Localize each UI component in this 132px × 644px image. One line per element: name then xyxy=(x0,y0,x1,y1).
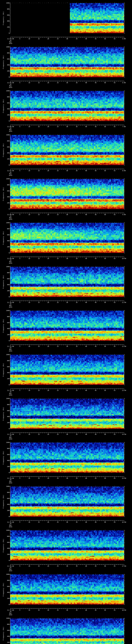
x-tick-label: 5 xyxy=(17,478,22,479)
x-tick-label: 35 xyxy=(74,478,79,479)
end-time-label: 13:00 xyxy=(120,390,128,391)
y-tick-label: 1000 xyxy=(4,618,10,619)
frequency-axis-label: Frequency (Hz) xyxy=(2,626,4,641)
date-year: 2015 xyxy=(4,394,17,396)
x-tick-label: 55 xyxy=(112,170,117,172)
x-tick-label: 10 xyxy=(27,566,32,567)
y-tick-label: 600 xyxy=(4,366,10,368)
x-tick-label: 15 xyxy=(36,126,42,128)
x-tick-label: 20 xyxy=(46,346,51,347)
x-tick-label: 25 xyxy=(55,610,60,611)
spectrogram-panel: Frequency (Hz) 02004006008001000 11:07:0… xyxy=(0,132,132,177)
y-tick-label: 1000 xyxy=(4,266,10,268)
x-tick-label: 45 xyxy=(93,566,98,567)
spectrogram-panel: Frequency (Hz) 02004006008001000 11:04:0… xyxy=(0,0,132,45)
date-year: 2015 xyxy=(4,130,17,132)
y-tick-label: 200 xyxy=(4,554,10,555)
x-tick-label: 40 xyxy=(84,82,89,84)
y-tick-label: 1000 xyxy=(4,398,10,400)
x-tick-label: 55 xyxy=(112,566,117,567)
x-tick-label: 55 xyxy=(112,302,117,303)
y-tick-label: 200 xyxy=(4,642,10,643)
y-tick-label: 400 xyxy=(4,504,10,505)
x-tick-label: 5 xyxy=(17,170,22,172)
spectrogram-panel: Frequency (Hz) 02004006008001000 11:06:0… xyxy=(0,88,132,133)
x-tick-label: 20 xyxy=(46,126,51,128)
x-tick-label: 50 xyxy=(102,214,108,216)
x-tick-label: 25 xyxy=(55,478,60,479)
x-tick-label: 15 xyxy=(36,434,42,435)
x-tick-label: 25 xyxy=(55,82,60,84)
x-tick-label: 55 xyxy=(112,478,117,479)
x-tick-label: 20 xyxy=(46,258,51,260)
x-tick-label: 20 xyxy=(46,434,51,435)
x-tick-label: 40 xyxy=(84,434,89,435)
x-tick-label: 45 xyxy=(93,610,98,611)
x-tick-label: 25 xyxy=(55,170,60,172)
y-tick-label: 200 xyxy=(4,70,10,72)
frequency-axis-label: Frequency (Hz) xyxy=(2,274,4,290)
x-tick-label: 25 xyxy=(55,434,60,435)
date-year: 2015 xyxy=(4,87,17,88)
x-tick-label: 15 xyxy=(36,566,42,567)
x-tick-label: 10 xyxy=(27,38,32,40)
frequency-axis-label: Frequency (Hz) xyxy=(2,142,4,158)
y-tick-label: 600 xyxy=(4,58,10,60)
x-tick-label: 30 xyxy=(64,346,70,347)
frequency-axis-label: Frequency (Hz) xyxy=(2,10,4,26)
y-tick-label: 0 xyxy=(4,384,10,386)
frequency-axis-label: Frequency (Hz) xyxy=(2,98,4,114)
x-tick-label: 30 xyxy=(64,82,70,84)
x-tick-label: 5 xyxy=(17,214,22,216)
x-tick-label: 55 xyxy=(112,82,117,84)
x-tick-label: 25 xyxy=(55,390,60,391)
x-tick-label: 45 xyxy=(93,126,98,128)
x-tick-label: 40 xyxy=(84,390,89,391)
y-tick-label: 400 xyxy=(4,240,10,242)
frequency-axis-label: Frequency (Hz) xyxy=(2,362,4,378)
y-tick-label: 1000 xyxy=(4,2,10,4)
x-tick-label: 55 xyxy=(112,126,117,128)
y-tick-label: 1000 xyxy=(4,134,10,136)
date-year: 2015 xyxy=(4,482,17,484)
y-tick-label: 400 xyxy=(4,460,10,461)
x-tick-label: 45 xyxy=(93,258,98,260)
x-tick-label: 40 xyxy=(84,38,89,40)
y-tick-label: 0 xyxy=(4,164,10,166)
y-tick-label: 800 xyxy=(4,8,10,10)
y-tick-label: 0 xyxy=(4,120,10,122)
x-tick-label: 35 xyxy=(74,610,79,611)
date-year: 2015 xyxy=(4,350,17,352)
x-tick-label: 50 xyxy=(102,302,108,303)
y-tick-label: 200 xyxy=(4,26,10,28)
x-tick-label: 10 xyxy=(27,610,32,611)
spectrogram-panel: Frequency (Hz) 02004006008001000 11:11:0… xyxy=(0,308,132,353)
x-tick-label: 50 xyxy=(102,478,108,479)
x-tick-label: 30 xyxy=(64,522,70,523)
y-tick-label: 0 xyxy=(4,32,10,34)
x-tick-label: 25 xyxy=(55,302,60,303)
x-tick-label: 25 xyxy=(55,214,60,216)
x-tick-label: 5 xyxy=(17,390,22,391)
y-tick-label: 400 xyxy=(4,416,10,418)
x-tick-label: 35 xyxy=(74,346,79,347)
axes-ticks xyxy=(0,616,132,644)
frequency-axis-label: Frequency (Hz) xyxy=(2,582,4,597)
x-tick-label: 30 xyxy=(64,478,70,479)
y-tick-label: 0 xyxy=(4,472,10,474)
y-tick-label: 400 xyxy=(4,372,10,374)
end-time-label: 7:00 xyxy=(120,126,128,128)
x-tick-label: 30 xyxy=(64,170,70,172)
spectrogram-panel: Frequency (Hz) 02004006008001000 11:15:0… xyxy=(0,484,132,528)
x-tick-label: 50 xyxy=(102,82,108,84)
x-tick-label: 15 xyxy=(36,38,42,40)
spectrogram-panel: Frequency (Hz) 02004006008001000 11:09:0… xyxy=(0,220,132,265)
x-tick-label: 45 xyxy=(93,346,98,347)
y-tick-label: 1000 xyxy=(4,486,10,487)
spectrogram-panel: Frequency (Hz) 02004006008001000 11:17:0… xyxy=(0,572,132,616)
x-tick-label: 10 xyxy=(27,170,32,172)
x-tick-label: 5 xyxy=(17,566,22,567)
end-time-label: 12:00 xyxy=(120,346,128,347)
y-tick-label: 800 xyxy=(4,448,10,450)
y-tick-label: 800 xyxy=(4,404,10,406)
